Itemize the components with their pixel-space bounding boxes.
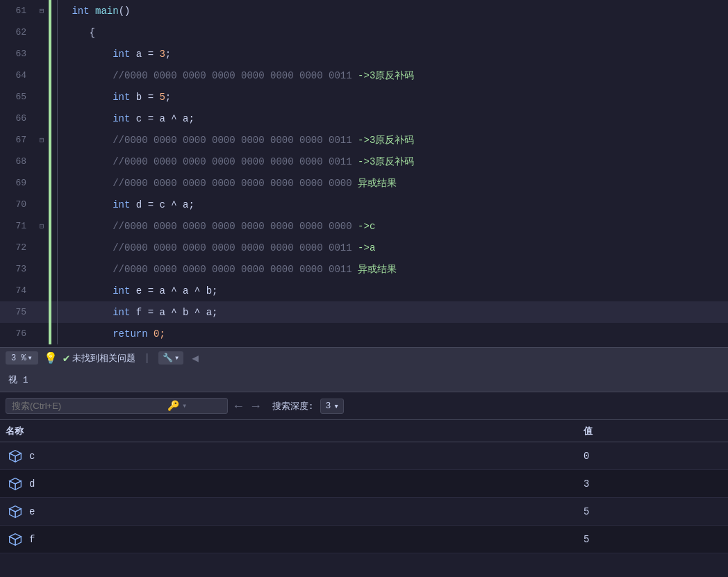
indent-guide	[57, 108, 58, 129]
syntax-token	[66, 113, 113, 124]
comment-annotation: ->3原反补码	[358, 135, 414, 146]
green-bar	[49, 43, 51, 65]
line-number: 69	[0, 178, 35, 188]
syntax-token: int	[113, 307, 130, 318]
line-content: //0000 0000 0000 0000 0000 0000 0000 001…	[63, 134, 728, 147]
search-bar: 🔑 ▾ ← → 搜索深度: 3 ▾	[0, 392, 728, 420]
depth-select[interactable]: 3 ▾	[320, 399, 344, 414]
depth-value: 3	[325, 401, 331, 411]
variable-row[interactable]: c0	[0, 442, 728, 470]
depth-label: 搜索深度:	[272, 400, 314, 412]
line-content: //0000 0000 0000 0000 0000 0000 0000 000…	[63, 221, 728, 232]
indent-guide	[57, 65, 58, 86]
bulb-icon[interactable]: 💡	[44, 351, 58, 365]
syntax-token: main	[95, 6, 119, 17]
variable-rows: c0 d3 e5 f5	[0, 442, 728, 553]
tools-button[interactable]: 🔧 ▾	[158, 351, 183, 365]
comment-annotation: ->3原反补码	[358, 156, 414, 167]
zoom-control[interactable]: 3 % ▾	[6, 351, 38, 365]
line-content: //0000 0000 0000 0000 0000 0000 0000 001…	[63, 156, 728, 168]
line-number: 68	[0, 156, 35, 167]
variable-row[interactable]: e5	[0, 498, 728, 526]
variable-name: f	[29, 534, 584, 545]
line-content: //0000 0000 0000 0000 0000 0000 0000 001…	[63, 69, 728, 82]
syntax-token: a =	[130, 49, 159, 60]
green-bar	[49, 108, 51, 129]
indent-guide	[57, 280, 58, 301]
variable-icon	[6, 502, 25, 521]
variables-table: 名称 值 c0 d3 e5 f5	[0, 420, 728, 577]
indent-guide	[57, 86, 58, 108]
variable-row[interactable]: d3	[0, 470, 728, 498]
debug-title-bar: 视 1	[0, 368, 728, 392]
line-gutter[interactable]: ⊟	[35, 221, 49, 231]
green-bar	[49, 65, 51, 86]
syntax-token: int	[72, 6, 89, 17]
green-bar	[49, 22, 51, 43]
syntax-token: int	[113, 285, 130, 296]
fold-icon[interactable]: ⊟	[40, 6, 44, 15]
line-number: 74	[0, 285, 35, 296]
fold-icon[interactable]: ⊟	[40, 135, 44, 144]
green-bar	[49, 0, 51, 22]
variable-value: 3	[584, 478, 722, 490]
line-number: 70	[0, 199, 35, 210]
syntax-token: 3	[159, 49, 165, 60]
line-number: 73	[0, 264, 35, 274]
comment-binary: //0000 0000 0000 0000 0000 0000 0000 000…	[66, 178, 358, 189]
line-number: 65	[0, 92, 35, 102]
search-input-wrap[interactable]: 🔑 ▾	[6, 398, 228, 414]
variable-icon	[6, 474, 25, 494]
variable-row[interactable]: f5	[0, 526, 728, 553]
line-content: int c = a ^ a;	[63, 113, 728, 124]
line-content: {	[63, 27, 728, 38]
syntax-token: int	[113, 199, 130, 210]
green-bar	[49, 194, 51, 215]
syntax-token: ;	[165, 49, 171, 60]
line-content: //0000 0000 0000 0000 0000 0000 0000 000…	[63, 177, 728, 190]
comment-annotation: ->a	[358, 242, 375, 253]
search-nav-back[interactable]: ←	[232, 399, 245, 413]
indent-guide	[57, 129, 58, 151]
code-line: 76 return 0;	[0, 323, 728, 344]
syntax-token: int	[113, 113, 130, 124]
variable-icon	[6, 530, 25, 549]
line-gutter[interactable]: ⊟	[35, 135, 49, 144]
code-line: 61⊟ int main()	[0, 0, 728, 22]
comment-annotation: 异或结果	[358, 264, 397, 275]
search-input[interactable]	[12, 401, 165, 411]
zoom-value: 3 %	[11, 353, 26, 363]
fold-icon[interactable]: ⊟	[40, 221, 44, 231]
wrench-icon: 🔧	[163, 353, 173, 363]
green-bar	[49, 237, 51, 258]
syntax-token	[66, 49, 113, 60]
indent-guide	[57, 194, 58, 215]
cube-icon	[8, 505, 22, 519]
tools-dropdown-icon: ▾	[174, 353, 179, 363]
syntax-token: return	[113, 328, 147, 340]
syntax-token: int	[113, 49, 130, 60]
indent-guide	[57, 0, 58, 22]
code-line: 62 {	[0, 22, 728, 43]
tools-group[interactable]: 🔧 ▾	[158, 351, 183, 365]
indent-guide	[57, 22, 58, 43]
variable-value: 0	[584, 451, 722, 462]
depth-dropdown-icon: ▾	[333, 401, 339, 412]
nav-left-arrow[interactable]: ◀	[189, 351, 201, 365]
zoom-dropdown-icon[interactable]: ▾	[28, 353, 33, 363]
green-bar	[49, 215, 51, 237]
green-bar	[49, 258, 51, 280]
search-icon-dropdown[interactable]: ▾	[182, 401, 187, 411]
search-nav-fwd[interactable]: →	[249, 399, 263, 413]
line-gutter[interactable]: ⊟	[35, 6, 49, 15]
comment-annotation: ->c	[358, 221, 375, 232]
code-line: 74 int e = a ^ a ^ b;	[0, 280, 728, 301]
green-bar	[49, 280, 51, 301]
syntax-token: f = a ^ b ^ a;	[130, 307, 217, 318]
line-content: int main()	[63, 6, 728, 17]
line-number: 67	[0, 135, 35, 145]
code-line: 72 //0000 0000 0000 0000 0000 0000 0000 …	[0, 237, 728, 258]
syntax-token: 5	[159, 92, 165, 103]
search-key-icon[interactable]: 🔑	[167, 400, 179, 412]
syntax-token: {	[66, 27, 95, 38]
